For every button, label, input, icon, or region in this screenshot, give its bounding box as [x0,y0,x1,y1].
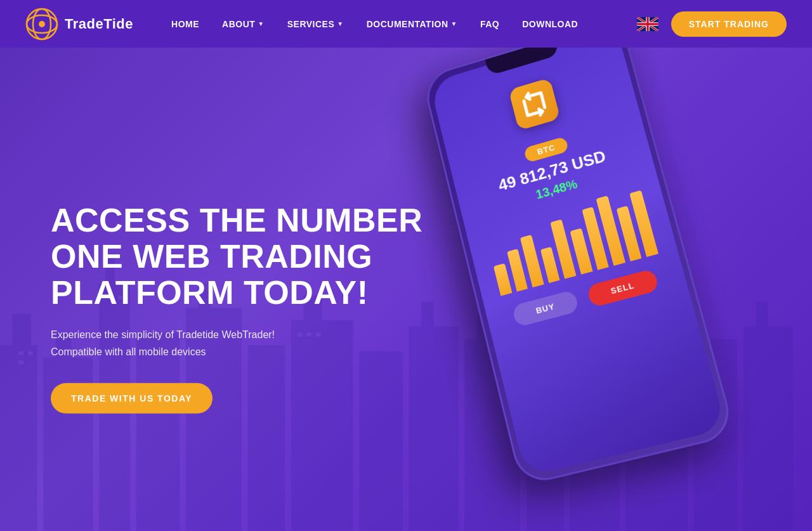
svg-rect-1 [0,345,37,531]
start-trading-button[interactable]: START TRADING [671,11,787,37]
svg-rect-26 [18,351,23,355]
logo-icon [25,8,58,41]
svg-rect-28 [18,360,23,364]
phone-screen: BTC 49 812,73 USD 13,48% [429,27,726,477]
app-icon [508,77,560,131]
nav-documentation[interactable]: DOCUMENTATION ▼ [367,19,457,29]
navbar: TradeTide HOME ABOUT ▼ SERVICES ▼ DOCUME… [0,0,812,48]
brand-name: TradeTide [65,16,133,32]
nav-about[interactable]: ABOUT ▼ [222,19,265,29]
nav-download[interactable]: DOWNLOAD [522,19,578,29]
about-dropdown-arrow: ▼ [258,20,264,27]
app-icon-inner [516,85,553,123]
svg-rect-39 [516,85,553,123]
logo-area[interactable]: TradeTide [25,8,133,41]
chart-bar-4 [540,247,560,284]
svg-rect-27 [28,351,33,355]
uk-flag-icon [637,17,658,31]
nav-home[interactable]: HOME [171,19,199,29]
nav-services[interactable]: SERVICES ▼ [287,19,344,29]
chart-bar-1 [494,263,512,296]
services-dropdown-arrow: ▼ [337,20,343,27]
documentation-dropdown-arrow: ▼ [451,20,457,27]
nav-faq[interactable]: FAQ [480,19,499,29]
sell-button[interactable]: SELL [586,268,660,308]
phone-outer-shell: BTC 49 812,73 USD 13,48% [421,17,736,487]
nav-right: START TRADING [637,11,787,37]
hero-section: TradeTide HOME ABOUT ▼ SERVICES ▼ DOCUME… [0,0,812,531]
app-logo-icon [516,85,553,123]
svg-point-37 [39,21,45,27]
language-selector[interactable] [637,16,658,32]
nav-links: HOME ABOUT ▼ SERVICES ▼ DOCUMENTATION ▼ … [171,19,637,29]
buy-button[interactable]: BUY [512,289,580,327]
cta-button[interactable]: TRADE WITH US TODAY [51,383,213,414]
hero-subtitle: Experience the simplicity of Tradetide W… [51,326,431,360]
svg-rect-2 [13,314,31,345]
